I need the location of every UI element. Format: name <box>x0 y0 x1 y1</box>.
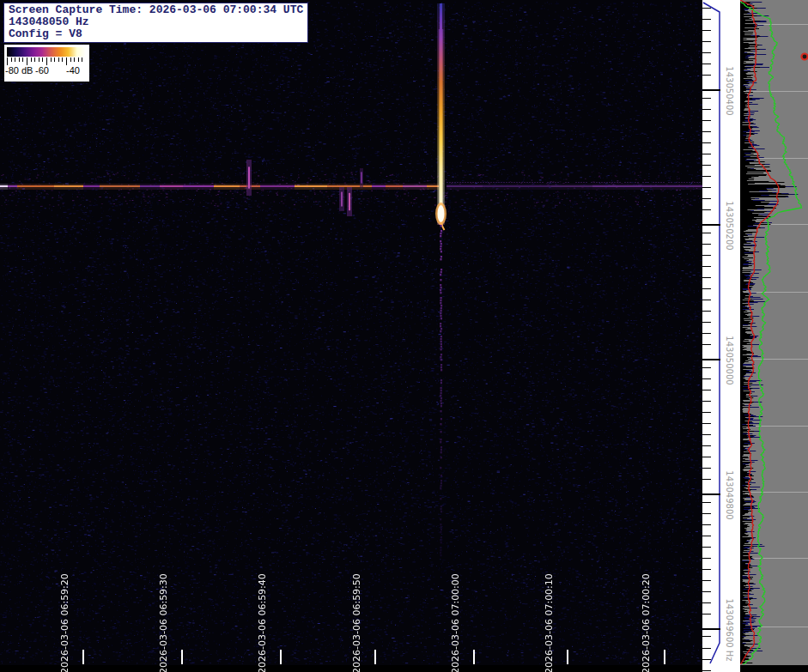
frequency-minor-tick <box>702 524 711 525</box>
frequency-axis-label: 143049800 <box>725 470 734 519</box>
time-axis-label: 2026-03-06 06:59:20 <box>59 573 70 672</box>
frequency-minor-tick <box>702 277 711 278</box>
capture-info-box: Screen Capture Time: 2026-03-06 07:00:34… <box>3 3 308 43</box>
frequency-minor-tick <box>702 322 711 323</box>
frequency-minor-tick <box>702 502 711 503</box>
frequency-minor-tick <box>702 670 711 671</box>
frequency-axis-label: 143049600 Hz <box>725 598 734 661</box>
frequency-minor-tick <box>702 209 711 210</box>
frequency-minor-tick <box>702 75 711 76</box>
frequency-minor-tick <box>702 64 711 64</box>
time-axis-tick <box>664 650 665 664</box>
color-scale-label: -40 <box>66 65 80 76</box>
time-axis-label: 2026-03-06 06:59:50 <box>351 573 362 672</box>
center-frequency-text: 143048050 Hz <box>9 16 303 28</box>
time-axis-tick <box>473 650 475 664</box>
frequency-minor-tick <box>702 479 711 480</box>
frequency-axis-label: 143050200 <box>725 201 734 250</box>
frequency-minor-tick <box>702 41 711 42</box>
frequency-minor-tick <box>702 390 711 390</box>
frequency-minor-tick <box>702 187 711 188</box>
frequency-minor-tick <box>702 344 711 345</box>
frequency-minor-tick <box>702 266 711 267</box>
time-axis-tick <box>280 650 282 664</box>
frequency-minor-tick <box>702 367 711 368</box>
frequency-minor-tick <box>702 8 711 9</box>
frequency-minor-tick <box>702 120 711 121</box>
frequency-major-tick <box>702 89 720 91</box>
frequency-minor-tick <box>702 659 711 660</box>
frequency-minor-tick <box>702 109 711 110</box>
frequency-minor-tick <box>702 142 711 143</box>
frequency-major-tick <box>702 359 720 360</box>
color-scale-major-ticks <box>7 58 86 65</box>
frequency-minor-tick <box>702 468 711 469</box>
time-axis-tick <box>82 650 84 664</box>
frequency-minor-tick <box>702 457 711 457</box>
frequency-axis-label: 143050000 <box>725 336 734 384</box>
frequency-minor-tick <box>702 401 711 402</box>
time-axis-label: 2026-03-06 07:00:10 <box>544 573 555 672</box>
frequency-axis-label: 143050400 <box>725 66 734 115</box>
frequency-minor-tick <box>702 547 711 548</box>
color-scale-legend: -80 dB-60-40 <box>4 45 89 82</box>
frequency-minor-tick <box>702 591 711 592</box>
frequency-minor-tick <box>702 165 711 166</box>
frequency-minor-tick <box>702 233 711 233</box>
frequency-axis-line <box>702 0 740 672</box>
frequency-minor-tick <box>702 614 711 614</box>
frequency-minor-tick <box>702 412 711 413</box>
frequency-minor-tick <box>702 333 711 334</box>
frequency-minor-tick <box>702 536 711 536</box>
frequency-minor-tick <box>702 423 711 424</box>
frequency-minor-tick <box>702 98 711 99</box>
time-axis-label: 2026-03-06 07:00:00 <box>450 573 461 672</box>
frequency-minor-tick <box>702 602 711 603</box>
frequency-minor-tick <box>702 648 711 649</box>
time-axis-label: 2026-03-06 06:59:40 <box>257 573 268 672</box>
frequency-minor-tick <box>702 288 711 289</box>
frequency-minor-tick <box>702 19 711 20</box>
frequency-minor-tick <box>702 176 711 177</box>
frequency-major-tick <box>702 493 720 495</box>
color-scale-label: -80 dB <box>5 65 33 76</box>
frequency-minor-tick <box>702 30 711 31</box>
frequency-minor-tick <box>702 445 711 446</box>
frequency-minor-tick <box>702 513 711 514</box>
time-axis-tick <box>181 650 183 664</box>
frequency-minor-tick <box>702 569 711 570</box>
frequency-minor-tick <box>702 198 711 199</box>
frequency-major-tick <box>702 628 720 630</box>
time-axis-tick <box>374 650 376 664</box>
frequency-minor-tick <box>702 311 711 312</box>
screen-capture-root: 1430504001430502001430500001430498001430… <box>0 0 808 672</box>
frequency-minor-tick <box>702 378 711 379</box>
frequency-minor-tick <box>702 131 711 132</box>
time-axis-label: 2026-03-06 06:59:30 <box>158 573 169 672</box>
frequency-minor-tick <box>702 580 711 581</box>
color-scale-label: -60 <box>35 65 49 76</box>
frequency-minor-tick <box>702 558 711 559</box>
frequency-minor-tick <box>702 636 711 637</box>
waterfall-spectrogram-canvas <box>0 0 702 665</box>
frequency-axis-strip: 1430504001430502001430500001430498001430… <box>702 0 740 672</box>
config-text: Config = V8 <box>9 28 303 40</box>
frequency-minor-tick <box>702 154 711 154</box>
frequency-major-tick <box>702 224 720 226</box>
frequency-minor-tick <box>702 255 711 256</box>
frequency-minor-tick <box>702 300 711 300</box>
frequency-minor-tick <box>702 244 711 245</box>
time-axis-tick <box>567 650 568 664</box>
capture-time-text: Screen Capture Time: 2026-03-06 07:00:34… <box>9 4 303 16</box>
color-gradient-bar <box>7 47 86 57</box>
time-axis-label: 2026-03-06 07:00:20 <box>641 573 652 672</box>
frequency-minor-tick <box>702 52 711 53</box>
spectrum-side-panel-canvas <box>740 0 808 665</box>
frequency-minor-tick <box>702 434 711 435</box>
